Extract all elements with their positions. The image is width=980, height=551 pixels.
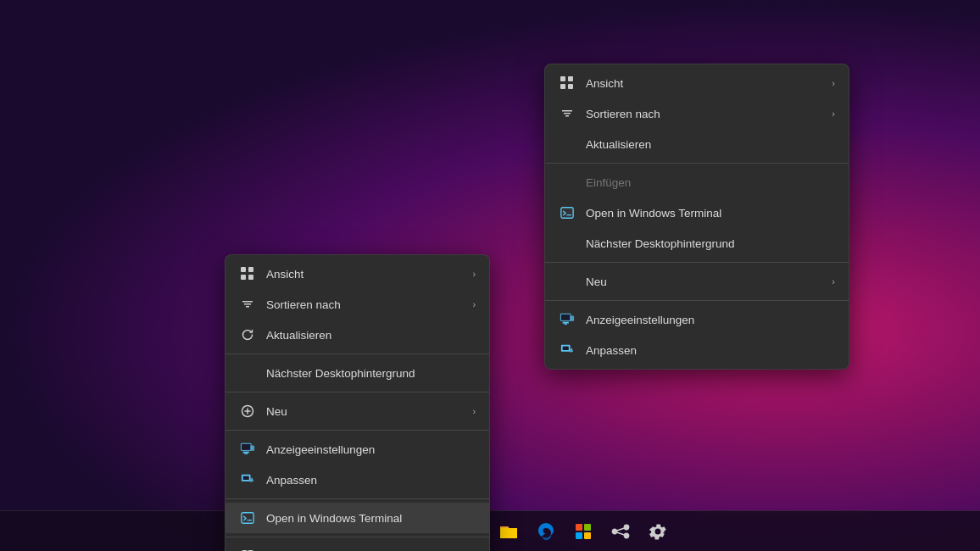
svg-rect-9 [244, 454, 248, 454]
menu-item-anzeige-right[interactable]: Anzeigeeinstellungen [545, 304, 849, 335]
svg-rect-10 [242, 444, 251, 450]
svg-line-58 [617, 528, 625, 531]
separator-3-left [226, 430, 489, 431]
svg-rect-24 [568, 84, 573, 89]
svg-point-56 [625, 525, 629, 529]
sortieren-arrow-right: › [832, 109, 835, 119]
svg-rect-11 [251, 446, 255, 451]
menu-item-ansicht-left[interactable]: Ansicht › [226, 259, 489, 289]
neu-icon-right [559, 273, 576, 290]
svg-point-57 [625, 533, 629, 537]
connect-button[interactable] [604, 515, 638, 548]
neu-arrow-left: › [472, 406, 476, 416]
menu-item-sortieren-left[interactable]: Sortieren nach › [226, 289, 489, 320]
anzeige-icon-right [559, 311, 576, 328]
store-button[interactable] [566, 515, 600, 548]
svg-rect-52 [584, 524, 591, 531]
weitere-icon-left [239, 548, 256, 551]
anzeige-label-right: Anzeigeeinstellungen [586, 314, 835, 326]
separator-2-left [226, 392, 489, 392]
naechster-icon-right [559, 235, 576, 252]
anpassen-label-right: Anpassen [586, 344, 835, 357]
anzeige-icon-left [239, 441, 256, 458]
menu-item-einfuegen-right: Einfügen [545, 167, 849, 198]
svg-point-55 [613, 529, 617, 533]
menu-item-aktualisieren-left[interactable]: Aktualisieren [226, 320, 489, 350]
separator-1-right [545, 163, 849, 164]
sortieren-icon-right [559, 105, 576, 122]
menu-item-ansicht-right[interactable]: Ansicht › [545, 68, 849, 98]
einfuegen-label-right: Einfügen [586, 176, 835, 189]
svg-rect-31 [561, 314, 571, 320]
edge-button[interactable] [529, 515, 563, 548]
svg-rect-8 [243, 452, 249, 454]
menu-item-neu-right[interactable]: Neu › [545, 266, 849, 297]
ansicht-icon-left [239, 265, 256, 282]
aktualisieren-icon-left [239, 326, 256, 343]
menu-item-terminal-right[interactable]: Open in Windows Terminal [545, 198, 849, 228]
context-menu-left: Ansicht › Sortieren nach › Aktualisieren… [225, 254, 490, 551]
einfuegen-icon-right [559, 174, 576, 191]
svg-rect-53 [576, 532, 582, 539]
svg-rect-2 [241, 275, 246, 280]
separator-4-left [226, 498, 489, 499]
svg-rect-22 [568, 76, 573, 81]
menu-item-aktualisieren-right[interactable]: Aktualisieren [545, 129, 849, 159]
settings-button[interactable] [641, 515, 675, 548]
separator-5-left [226, 537, 489, 537]
anpassen-label-left: Anpassen [266, 474, 476, 487]
menu-item-anpassen-right[interactable]: Anpassen [545, 335, 849, 365]
terminal-label-left: Open in Windows Terminal [266, 512, 476, 525]
terminal-icon-right [559, 204, 576, 221]
ansicht-label-right: Ansicht [586, 77, 821, 90]
context-menu-right: Ansicht › Sortieren nach › Aktualisieren… [544, 64, 849, 370]
svg-rect-1 [248, 267, 253, 272]
aktualisieren-label-right: Aktualisieren [586, 138, 835, 151]
sortieren-icon-left [239, 296, 256, 313]
menu-item-anpassen-left[interactable]: Anpassen [226, 465, 489, 495]
terminal-label-right: Open in Windows Terminal [586, 207, 835, 220]
menu-item-naechster-left[interactable]: Nächster Desktophintergrund [226, 358, 489, 388]
menu-item-sortieren-right[interactable]: Sortieren nach › [545, 98, 849, 129]
svg-rect-29 [563, 322, 569, 324]
svg-rect-21 [560, 76, 565, 81]
menu-item-anzeige-left[interactable]: Anzeigeeinstellungen [226, 434, 489, 465]
neu-label-left: Neu [266, 405, 462, 418]
anpassen-icon-left [239, 471, 256, 488]
aktualisieren-icon-right [559, 136, 576, 153]
menu-item-terminal-left[interactable]: Open in Windows Terminal [226, 503, 489, 533]
neu-icon-left [239, 403, 256, 420]
sortieren-label-left: Sortieren nach [266, 298, 462, 311]
neu-arrow-right: › [832, 276, 835, 287]
svg-rect-32 [571, 316, 575, 321]
svg-rect-23 [560, 84, 565, 89]
ansicht-icon-right [559, 75, 576, 92]
naechster-label-right: Nächster Desktophintergrund [586, 237, 835, 250]
ansicht-arrow-right: › [832, 78, 835, 88]
separator-2-right [545, 262, 849, 263]
anpassen-icon-right [559, 342, 576, 359]
svg-line-59 [617, 532, 625, 535]
svg-rect-0 [241, 267, 246, 272]
naechster-icon-left [239, 365, 256, 381]
svg-rect-13 [243, 476, 249, 480]
svg-rect-34 [563, 347, 569, 350]
ansicht-arrow-left: › [472, 269, 476, 279]
menu-item-neu-left[interactable]: Neu › [226, 396, 489, 426]
menu-item-naechster-right[interactable]: Nächster Desktophintergrund [545, 228, 849, 259]
separator-1-left [226, 353, 489, 354]
aktualisieren-label-left: Aktualisieren [266, 329, 476, 342]
sortieren-arrow-left: › [472, 299, 476, 309]
explorer-button[interactable] [492, 515, 526, 548]
ansicht-label-left: Ansicht [266, 268, 462, 281]
svg-rect-3 [248, 275, 253, 280]
separator-3-right [545, 300, 849, 301]
svg-rect-30 [564, 324, 567, 325]
menu-item-weitere-left[interactable]: Weitere Optionen anzeigen Shift+F10 [226, 541, 489, 551]
terminal-icon-left [239, 509, 256, 526]
svg-rect-25 [561, 208, 573, 218]
sortieren-label-right: Sortieren nach [586, 108, 821, 120]
anzeige-label-left: Anzeigeeinstellungen [266, 443, 476, 456]
neu-label-right: Neu [586, 276, 821, 288]
svg-rect-14 [242, 513, 253, 523]
